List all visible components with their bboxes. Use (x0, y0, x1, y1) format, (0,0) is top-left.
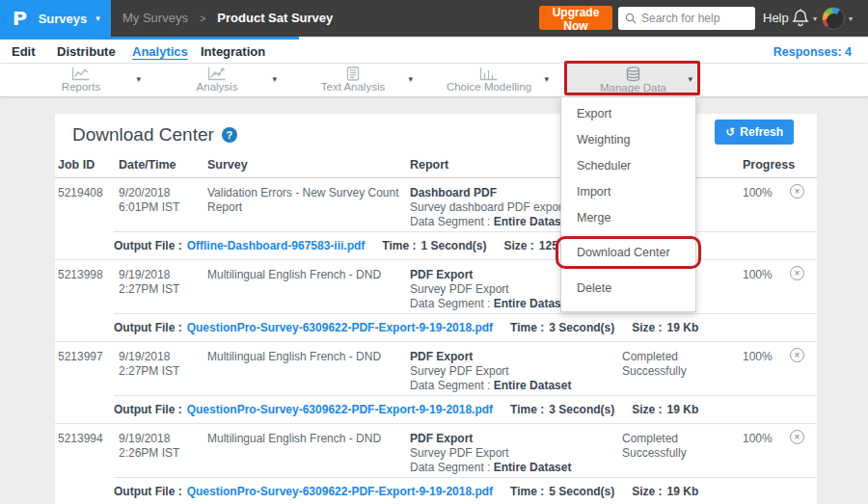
toolbar-label: Choice Modelling (421, 81, 556, 93)
job-survey: Multilingual English French - DND (207, 432, 410, 446)
breadcrumb: My Surveys > Product Sat Survey (122, 11, 333, 25)
job-output-row: Output File : Offline-Dashboard-967583-i… (114, 231, 817, 259)
refresh-icon: ↺ (725, 125, 735, 139)
active-product-indicator (0, 37, 299, 40)
tab-distribute[interactable]: Distribute (57, 44, 116, 59)
tab-analytics[interactable]: Analytics (132, 44, 188, 59)
output-file-link[interactable]: Offline-Dashboard-967583-iii.pdf (187, 239, 366, 252)
report-data-segment: Data Segment : Entire Dataset (410, 461, 571, 474)
line-chart-icon (71, 66, 91, 81)
output-file-link[interactable]: QuestionPro-Survey-6309622-PDF-Export-9-… (187, 403, 493, 416)
survey-nav-row: Edit Distribute Analytics Integration Re… (0, 37, 868, 64)
help-search-box[interactable] (618, 7, 755, 30)
output-file-link[interactable]: QuestionPro-Survey-6309622-PDF-Export-9-… (187, 485, 493, 498)
table-header-row: Job ID Date/Time Survey Report Progress (55, 154, 817, 178)
account-caret-icon[interactable]: ▾ (849, 14, 853, 23)
time-label: Time : (382, 239, 416, 252)
table-row: 5213998 9/19/2018 2:27PM IST Multilingua… (55, 260, 817, 342)
analytics-toolbar: Reports ▾ Analysis ▾ Text Analysis ▾ (0, 64, 868, 97)
menu-item-import[interactable]: Import (561, 179, 695, 205)
help-question-icon[interactable]: ? (222, 127, 237, 143)
chevron-down-icon[interactable]: ▾ (408, 74, 413, 84)
chevron-down-icon[interactable]: ▾ (136, 74, 141, 84)
size-value: 19 Kb (667, 403, 699, 416)
report-type: PDF Export (410, 268, 473, 281)
job-report: PDF Export Survey PDF Export Data Segmen… (410, 432, 593, 475)
job-id: 5213998 (58, 268, 103, 282)
size-value: 19 Kb (667, 485, 699, 498)
col-header-survey: Survey (207, 158, 248, 172)
menu-item-scheduler[interactable]: Scheduler (561, 153, 695, 179)
notifications-bell-icon[interactable] (791, 8, 810, 29)
size-label: Size : (632, 485, 662, 498)
menu-item-export[interactable]: Export (561, 101, 695, 127)
output-file-label: Output File : (114, 239, 182, 252)
search-icon (625, 13, 637, 24)
toolbar-text-analysis[interactable]: Text Analysis ▾ (285, 64, 420, 97)
refresh-button[interactable]: ↺Refresh (715, 119, 794, 145)
size-value: 19 Kb (667, 321, 699, 334)
database-icon (625, 66, 641, 82)
job-id: 5219408 (58, 186, 103, 200)
chevron-down-icon[interactable]: ▾ (544, 74, 549, 84)
menu-item-weighting[interactable]: Weighting (561, 127, 695, 153)
report-type: Dashboard PDF (410, 186, 497, 199)
size-label: Size : (632, 321, 662, 334)
notifications-caret-icon[interactable]: ▾ (813, 14, 817, 23)
time-label: Time : (510, 485, 544, 498)
scatter-chart-icon (207, 66, 227, 81)
report-type: PDF Export (410, 432, 473, 445)
help-link[interactable]: Help (763, 11, 789, 25)
job-output-row: Output File : QuestionPro-Survey-6309622… (114, 313, 817, 341)
job-survey: Multilingual English French - DND (207, 268, 410, 282)
job-progress: 100% (743, 432, 773, 446)
refresh-label: Refresh (740, 125, 783, 139)
toolbar-label: Text Analysis (285, 81, 420, 93)
toolbar-analysis[interactable]: Analysis ▾ (149, 64, 285, 97)
time-label: Time : (510, 321, 544, 334)
toolbar-label: Manage Data (566, 82, 700, 93)
size-label: Size : (504, 239, 534, 252)
size-label: Size : (632, 403, 662, 416)
cancel-job-icon[interactable]: × (790, 266, 804, 280)
time-value: 5 Second(s) (549, 485, 614, 498)
breadcrumb-current-survey: Product Sat Survey (217, 11, 333, 25)
bar-chart-icon (479, 66, 499, 81)
job-status: Completed Successfully (622, 350, 709, 379)
cancel-job-icon[interactable]: × (790, 184, 804, 199)
questionpro-logo: P (13, 7, 27, 30)
time-value: 1 Second(s) (420, 239, 486, 252)
report-desc: Survey PDF Export (410, 364, 509, 378)
tab-edit[interactable]: Edit (12, 44, 36, 59)
output-file-label: Output File : (114, 403, 182, 416)
cancel-job-icon[interactable]: × (790, 348, 804, 362)
job-id: 5213994 (58, 432, 103, 446)
job-progress: 100% (743, 350, 773, 364)
download-center-panel: Download Center? ↺Refresh Job ID Date/Ti… (55, 114, 817, 504)
app-name: Surveys (39, 12, 88, 26)
toolbar-manage-data[interactable]: Manage Data ▾ (566, 64, 700, 97)
breadcrumb-my-surveys[interactable]: My Surveys (122, 11, 188, 25)
user-avatar[interactable] (822, 7, 845, 30)
tab-integration[interactable]: Integration (201, 44, 265, 59)
chevron-down-icon[interactable]: ▾ (272, 74, 277, 84)
menu-item-download-center[interactable]: Download Center (561, 240, 695, 266)
text-document-icon (345, 66, 361, 81)
chevron-down-icon[interactable]: ▾ (688, 74, 692, 84)
cancel-job-icon[interactable]: × (790, 430, 804, 444)
col-header-datetime: Date/Time (119, 158, 176, 172)
upgrade-now-button[interactable]: Upgrade Now (539, 6, 612, 30)
menu-item-delete[interactable]: Delete (561, 276, 695, 302)
search-input[interactable] (641, 12, 748, 25)
menu-item-merge[interactable]: Merge (561, 205, 695, 231)
toolbar-choice-modelling[interactable]: Choice Modelling ▾ (421, 64, 556, 97)
surveys-app-switcher[interactable]: P Surveys ▾ (0, 0, 111, 37)
report-desc: Survey PDF Export (410, 446, 509, 460)
col-header-job-id: Job ID (58, 158, 95, 172)
responses-count[interactable]: Responses: 4 (773, 45, 852, 59)
top-bar: P Surveys ▾ My Surveys > Product Sat Sur… (0, 0, 868, 37)
page-title: Download Center? (72, 124, 237, 146)
output-file-link[interactable]: QuestionPro-Survey-6309622-PDF-Export-9-… (187, 321, 493, 334)
toolbar-reports[interactable]: Reports ▾ (14, 64, 149, 97)
table-row: 5213994 9/19/2018 2:26PM IST Multilingua… (55, 424, 817, 504)
